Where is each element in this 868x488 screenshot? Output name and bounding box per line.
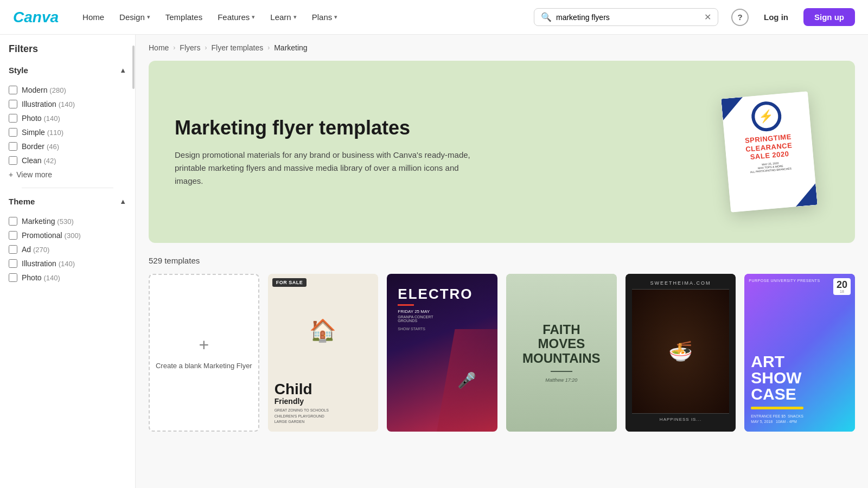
flyer-circle: ⚡	[750, 100, 782, 133]
nav-templates[interactable]: Templates	[159, 9, 209, 25]
filter-checkbox-ad[interactable]	[9, 245, 17, 254]
breadcrumb-sep-1: ›	[173, 44, 175, 52]
sidebar-scroll-thumb	[132, 46, 135, 89]
logo-text: Canva	[13, 9, 59, 25]
filter-option-border[interactable]: Border (46)	[9, 142, 126, 151]
style-section-header[interactable]: Style ▲	[9, 66, 126, 79]
search-icon: 🔍	[541, 12, 552, 22]
signup-button[interactable]: Sign up	[803, 8, 855, 26]
breadcrumb-sep-2: ›	[205, 44, 207, 52]
style-filter-section: Style ▲ Modern (280) Illustration (140)	[9, 66, 126, 179]
filter-option-modern[interactable]: Modern (280)	[9, 86, 126, 94]
nav-design[interactable]: Design ▾	[113, 9, 157, 25]
create-blank-plus-icon: +	[199, 335, 209, 355]
filter-option-ad[interactable]: Ad (270)	[9, 245, 126, 254]
filter-checkbox-clean[interactable]	[9, 156, 17, 165]
filter-checkbox-photo[interactable]	[9, 114, 17, 123]
hero-banner: Marketing flyer templates Design promoti…	[149, 61, 855, 243]
filter-label-clean: Clean (42)	[22, 156, 56, 165]
breadcrumb-sep-3: ›	[267, 44, 270, 52]
filter-option-simple[interactable]: Simple (110)	[9, 128, 126, 137]
search-input[interactable]	[556, 13, 704, 22]
flyer-lightning-icon: ⚡	[758, 109, 774, 124]
page-layout: Filters Style ▲ Modern (280) Illustratio…	[0, 35, 868, 488]
hero-flyer-card: ⚡ SPRINGTIMECLEARANCESALE 2020 MAY 25, 2…	[721, 91, 818, 212]
breadcrumb-home[interactable]: Home	[149, 43, 169, 52]
filter-checkbox-marketing[interactable]	[9, 217, 17, 226]
nav-learn[interactable]: Learn ▾	[264, 9, 303, 25]
clear-search-icon[interactable]: ✕	[704, 12, 711, 22]
template-card-for-sale[interactable]: FOR SALE 🏠 Child Friendly GREAT ZONING T…	[268, 274, 379, 432]
template-grid: + Create a blank Marketing Flyer FOR SAL…	[136, 274, 868, 445]
design-chevron-icon: ▾	[147, 14, 150, 21]
sidebar-scrollbar[interactable]	[132, 35, 135, 488]
templates-count: 529 templates	[136, 256, 868, 274]
nav-plans[interactable]: Plans ▾	[305, 9, 344, 25]
filter-checkbox-modern[interactable]	[9, 86, 17, 94]
create-blank-card[interactable]: + Create a blank Marketing Flyer	[149, 274, 259, 432]
theme-section-title: Theme	[9, 197, 35, 206]
view-more-styles[interactable]: + View more	[9, 170, 126, 179]
filter-checkbox-illustration-theme[interactable]	[9, 259, 17, 268]
for-sale-badge: FOR SALE	[272, 278, 307, 287]
learn-chevron-icon: ▾	[293, 14, 297, 21]
filter-checkbox-photo-theme[interactable]	[9, 273, 17, 282]
template-card-sweets[interactable]: SWEETHEIMA.COM 🍜 HAPPINESS IS...	[626, 274, 736, 432]
filter-label-illustration: Illustration (140)	[22, 100, 75, 108]
theme-collapse-icon: ▲	[119, 197, 126, 206]
hero-image: ⚡ SPRINGTIMECLEARANCESALE 2020 MAY 25, 2…	[710, 87, 829, 217]
header: Canva Home Design ▾ Templates Features ▾…	[0, 0, 868, 35]
theme-filter-section: Theme ▲ Marketing (530) Promotional (300…	[9, 197, 126, 282]
hero-description: Design promotional materials for any bra…	[175, 149, 478, 188]
breadcrumb: Home › Flyers › Flyer templates › Market…	[136, 35, 868, 61]
filter-option-clean[interactable]: Clean (42)	[9, 156, 126, 165]
flyer-hero-subtitle: MAY 25, 2020MAX TOPS & MOREALL PARTICIPA…	[750, 160, 792, 174]
breadcrumb-current: Marketing	[274, 43, 307, 52]
nav-home[interactable]: Home	[76, 9, 111, 25]
theme-section-header[interactable]: Theme ▲	[9, 197, 126, 210]
breadcrumb-flyer-templates[interactable]: Flyer templates	[211, 43, 263, 52]
filter-label-border: Border (46)	[22, 142, 59, 151]
filter-label-promotional: Promotional (300)	[22, 231, 81, 240]
sidebar: Filters Style ▲ Modern (280) Illustratio…	[0, 35, 136, 488]
plans-chevron-icon: ▾	[334, 14, 337, 21]
hero-text: Marketing flyer templates Design promoti…	[175, 116, 478, 187]
filter-label-simple: Simple (110)	[22, 128, 63, 137]
main-content: Home › Flyers › Flyer templates › Market…	[136, 35, 868, 488]
filter-checkbox-illustration[interactable]	[9, 100, 17, 108]
login-button[interactable]: Log in	[753, 8, 799, 26]
plus-icon: +	[9, 170, 13, 179]
template-card-electro[interactable]: ELECTRO FRIDAY 25 MAY GRANPA CONCERTGROU…	[387, 274, 497, 432]
filter-label-modern: Modern (280)	[22, 86, 66, 94]
filter-checkbox-border[interactable]	[9, 142, 17, 151]
style-section-title: Style	[9, 66, 28, 75]
filters-title: Filters	[9, 43, 126, 55]
filter-label-illustration-theme: Illustration (140)	[22, 259, 75, 268]
filter-option-photo-theme[interactable]: Photo (140)	[9, 273, 126, 282]
for-sale-main: Child Friendly GREAT ZONING TO SCHOOLSCH…	[268, 274, 379, 432]
flyer-card-inner: ⚡ SPRINGTIMECLEARANCESALE 2020 MAY 25, 2…	[721, 91, 818, 212]
filter-option-illustration-theme[interactable]: Illustration (140)	[9, 259, 126, 268]
logo[interactable]: Canva	[13, 9, 59, 26]
template-card-faith[interactable]: FAITHMOVESMOUNTAINS Matthew 17:20	[506, 274, 617, 432]
search-bar: 🔍 ✕	[534, 8, 718, 26]
filter-option-illustration[interactable]: Illustration (140)	[9, 100, 126, 108]
hero-title: Marketing flyer templates	[175, 116, 478, 139]
filter-checkbox-promotional[interactable]	[9, 231, 17, 240]
filter-option-promotional[interactable]: Promotional (300)	[9, 231, 126, 240]
filter-label-photo-theme: Photo (140)	[22, 273, 60, 282]
filter-checkbox-simple[interactable]	[9, 128, 17, 137]
help-button[interactable]: ?	[731, 9, 749, 26]
filter-label-ad: Ad (270)	[22, 245, 49, 254]
filter-option-marketing[interactable]: Marketing (530)	[9, 217, 126, 226]
filter-label-photo: Photo (140)	[22, 114, 60, 123]
filter-option-photo[interactable]: Photo (140)	[9, 114, 126, 123]
create-blank-label: Create a blank Marketing Flyer	[151, 362, 257, 370]
features-chevron-icon: ▾	[252, 14, 255, 21]
breadcrumb-flyers[interactable]: Flyers	[180, 43, 200, 52]
main-nav: Home Design ▾ Templates Features ▾ Learn…	[76, 9, 344, 25]
template-card-art[interactable]: PURPOSE UNIVERSITY PRESENTS 20 18 ARTSHO…	[744, 274, 855, 432]
style-collapse-icon: ▲	[119, 66, 126, 74]
nav-features[interactable]: Features ▾	[211, 9, 261, 25]
flyer-hero-title: SPRINGTIMECLEARANCESALE 2020	[744, 132, 793, 162]
